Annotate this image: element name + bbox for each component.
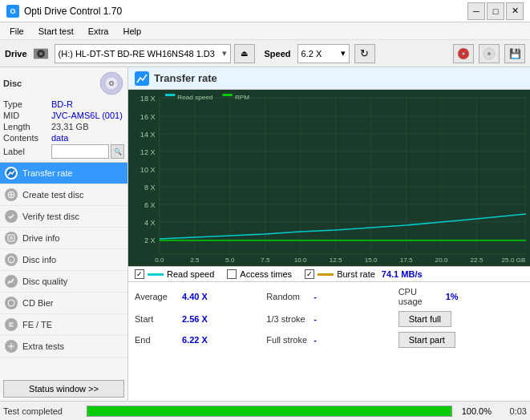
minimize-button[interactable]: ─ [467,2,485,20]
svg-point-21 [8,300,14,306]
nav-item-cd-bier[interactable]: CD Bier [0,293,127,314]
svg-text:25.0 GB: 25.0 GB [502,256,526,264]
start-part-button[interactable]: Start part [399,332,455,348]
label-icon [483,47,496,60]
nav-item-disc-quality[interactable]: Disc quality [0,271,127,293]
stat-full-stroke-value: - [314,335,350,345]
refresh-button[interactable]: ↻ [354,44,375,63]
nav-extra-tests-label: Extra tests [22,341,64,351]
svg-text:8 X: 8 X [144,184,156,192]
svg-text:15.0: 15.0 [365,256,378,264]
time-text: 0:03 [495,406,527,416]
disc-label-input[interactable] [51,144,109,159]
nav-drive-info-label: Drive info [22,233,59,243]
title-bar-controls: ─ □ ✕ [467,2,524,20]
stat-start-full-row: Start full [399,309,524,329]
stat-end-row: End 6.22 X [135,330,260,349]
chart-area: 18 X 16 X 14 X 12 X 10 X 8 X 6 X 4 X 2 X… [128,90,530,266]
label-button[interactable] [479,44,500,63]
menu-bar: File Start test Extra Help [0,22,530,40]
menu-start-test[interactable]: Start test [32,25,80,38]
legend-read-speed-color [148,273,164,276]
close-button[interactable]: ✕ [506,2,524,20]
disc-section: Disc Type BD-R MID JVC-AMS6L (001) Lengt… [0,67,127,163]
nav-item-transfer-rate[interactable]: Transfer rate [0,163,127,184]
svg-text:10 X: 10 X [140,166,156,174]
svg-text:18 X: 18 X [140,95,156,103]
legend-burst-rate-checkbox[interactable] [305,269,314,279]
status-text: Test completed [3,406,83,416]
legend-burst-rate-label: Burst rate [337,269,375,279]
speed-select[interactable]: 6.2 X ▾ [297,44,350,63]
nav-item-disc-info[interactable]: i Disc info [0,249,127,271]
disc-label-browse-button[interactable]: 🔍 [111,144,124,159]
svg-text:14 X: 14 X [140,131,156,139]
svg-point-8 [488,52,491,55]
disc-type-row: Type BD-R [3,99,124,109]
svg-text:5.0: 5.0 [225,256,235,264]
drive-select[interactable]: (H:) HL-DT-ST BD-RE WH16NS48 1.D3 ▾ [55,44,231,63]
stats-area: Average 4.40 X Random - CPU usage 1% Sta… [128,281,530,353]
save-button[interactable]: 💾 [504,44,525,63]
legend-read-speed-checkbox[interactable] [135,269,144,279]
disc-length-label: Length [3,122,51,131]
browse-icon: 🔍 [114,148,122,155]
nav-menu: Transfer rate Create test disc Verify te… [0,163,127,377]
menu-file[interactable]: File [3,25,30,38]
speed-value: 6.2 X [301,49,322,59]
refresh-icon: ↻ [360,47,369,59]
stat-average-row: Average 4.40 X [135,285,260,308]
stat-stroke-label: 1/3 stroke [266,314,310,324]
nav-extra-tests-icon [5,340,18,353]
chart-svg: 18 X 16 X 14 X 12 X 10 X 8 X 6 X 4 X 2 X… [128,90,530,266]
disc-mid-label: MID [3,111,51,120]
drive-icon [34,48,48,59]
eject-button[interactable]: ⏏ [234,44,255,63]
disc-button[interactable] [453,44,474,63]
nav-drive-info-icon [5,232,18,244]
svg-text:6 X: 6 X [144,201,156,209]
app-icon: O [6,5,19,18]
chart-header: Transfer rate [128,67,530,90]
stat-random-label: Random [266,292,310,301]
stat-start-row: Start 2.56 X [135,309,260,329]
stat-full-stroke-label: Full stroke [266,335,310,345]
legend-access-times-checkbox[interactable] [227,269,237,279]
disc-contents-value: data [51,133,68,143]
svg-text:RPM: RPM [235,94,249,101]
eject-icon: ⏏ [241,49,248,58]
menu-extra[interactable]: Extra [82,25,115,38]
stat-full-stroke-row: Full stroke - [266,330,391,349]
nav-item-drive-info[interactable]: Drive info [0,228,127,249]
start-full-button[interactable]: Start full [399,311,451,327]
svg-text:12 X: 12 X [140,148,156,156]
stat-cpu-value: 1% [446,292,482,301]
svg-text:i: i [10,258,11,263]
nav-item-verify-test-disc[interactable]: Verify test disc [0,206,127,228]
status-window-button[interactable]: Status window >> [3,380,124,398]
disc-header: Disc [3,71,124,96]
svg-text:Read speed: Read speed [177,94,212,101]
nav-disc-quality-label: Disc quality [22,277,67,286]
nav-item-extra-tests[interactable]: Extra tests [0,336,127,357]
nav-item-fe-te[interactable]: FE / TE [0,314,127,336]
speed-dropdown-arrow-icon: ▾ [341,48,346,59]
svg-rect-71 [223,94,233,96]
menu-help[interactable]: Help [116,25,148,38]
legend-burst-rate-value: 74.1 MB/s [382,269,423,279]
chart-title: Transfer rate [154,72,217,84]
svg-text:2 X: 2 X [144,236,156,244]
legend-access-times-label: Access times [240,269,292,279]
nav-item-create-test-disc[interactable]: Create test disc [0,184,127,206]
maximize-button[interactable]: □ [487,2,504,20]
stat-random-value: - [314,292,350,301]
nav-fe-te-icon [5,318,18,331]
progress-text: 100.0% [455,406,492,416]
svg-rect-69 [165,94,175,96]
svg-point-6 [463,53,464,55]
svg-text:17.5: 17.5 [400,256,413,264]
disc-contents-label: Contents [3,133,51,143]
nav-create-test-disc-icon [5,188,18,201]
status-bar: Test completed 100.0% 0:03 [0,401,530,420]
stat-stroke-value: - [314,314,350,324]
